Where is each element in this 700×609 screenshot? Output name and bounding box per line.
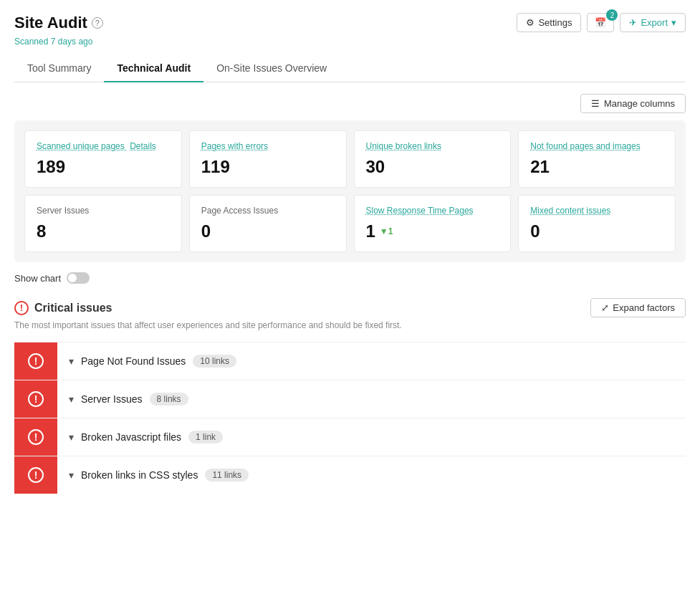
metric-server-issues-label: Server Issues [37,206,170,216]
chevron-0-icon[interactable]: ▾ [69,355,74,367]
settings-button[interactable]: ⚙ Settings [517,13,581,32]
tabs-bar: Tool Summary Technical Audit On-Site Iss… [14,55,686,82]
metric-not-found-label[interactable]: Not found pages and images [530,141,663,151]
export-button[interactable]: ✈ Export ▾ [620,13,686,32]
chevron-3-icon[interactable]: ▾ [69,469,74,481]
metric-mixed-content-label[interactable]: Mixed content issues [530,206,663,216]
metric-scanned-unique-label[interactable]: Scanned unique pages Details [37,141,170,151]
metric-page-access: Page Access Issues 0 [189,195,347,252]
issue-icon-cell-0: ! [14,342,57,380]
critical-icon: ! [14,301,29,315]
issue-badge-2: 1 link [188,431,223,443]
issue-title-3: Broken links in CSS styles [81,469,198,481]
show-chart-row: Show chart [14,272,686,284]
issue-row-broken-js: ! ▾ Broken Javascript files 1 link [14,418,686,456]
show-chart-label: Show chart [14,273,61,284]
details-link[interactable]: Details [130,141,156,151]
scanned-info: Scanned 7 days ago [14,37,686,47]
metric-scanned-unique: Scanned unique pages Details 189 [24,130,182,188]
metric-scanned-unique-value: 189 [37,157,170,177]
manage-columns-row: ☰ Manage columns [14,94,686,113]
calendar-button[interactable]: 2 📅 [587,13,614,32]
issue-icon-cell-3: ! [14,456,57,494]
issue-badge-1: 8 links [150,393,188,406]
calendar-icon: 📅 [595,17,606,28]
tab-tool-summary[interactable]: Tool Summary [14,55,104,82]
issue-content-3: ▾ Broken links in CSS styles 11 links [57,460,686,490]
page-title: Site Audit [14,14,87,32]
export-icon: ✈ [629,17,637,28]
metric-unique-broken-label[interactable]: Unique broken links [366,141,499,151]
metric-pages-errors-value: 119 [201,157,335,177]
critical-title-text: Critical issues [34,302,112,315]
metric-pages-errors-label[interactable]: Pages with errors [201,141,335,151]
issue-row-page-not-found: ! ▾ Page Not Found Issues 10 links [14,342,686,380]
export-chevron-icon: ▾ [671,17,676,28]
manage-columns-button[interactable]: ☰ Manage columns [580,94,686,113]
issue-exclaim-2: ! [28,429,44,445]
calendar-badge: 2 [606,9,618,21]
critical-title: ! Critical issues [14,301,112,315]
metrics-grid: Scanned unique pages Details 189 Pages w… [14,120,686,262]
expand-factors-button[interactable]: ⤢ Expand factors [590,298,686,317]
metric-server-issues: Server Issues 8 [24,195,182,252]
tab-onsite-issues[interactable]: On-Site Issues Overview [203,55,340,82]
metric-not-found-value: 21 [530,157,663,177]
metric-page-access-value: 0 [201,221,335,241]
columns-icon: ☰ [591,98,600,109]
metric-pages-errors: Pages with errors 119 [189,130,347,188]
metric-slow-response-value: 1 ▼1 [366,221,499,241]
metric-not-found: Not found pages and images 21 [518,130,676,188]
metric-unique-broken: Unique broken links 30 [354,130,512,188]
issue-content-1: ▾ Server Issues 8 links [57,384,686,414]
metric-mixed-content: Mixed content issues 0 [518,195,676,252]
metric-slow-response: Slow Response Time Pages 1 ▼1 [354,195,512,252]
issue-badge-0: 10 links [193,355,236,368]
issue-content-2: ▾ Broken Javascript files 1 link [57,422,686,452]
issue-row-broken-css: ! ▾ Broken links in CSS styles 11 links [14,456,686,494]
critical-description: The most important issues that affect us… [14,320,686,330]
chevron-1-icon[interactable]: ▾ [69,393,74,405]
critical-issues-section: ! Critical issues ⤢ Expand factors The m… [14,298,686,494]
expand-label: Expand factors [613,302,675,313]
issue-title-0: Page Not Found Issues [81,355,186,367]
metric-server-issues-value: 8 [37,221,170,241]
issue-list: ! ▾ Page Not Found Issues 10 links ! ▾ S… [14,342,686,494]
settings-icon: ⚙ [526,17,534,28]
settings-label: Settings [538,17,572,28]
issue-badge-3: 11 links [205,469,249,481]
metric-mixed-content-value: 0 [530,221,663,241]
export-label: Export [641,17,668,28]
trend-icon: ▼1 [380,226,393,236]
issue-row-server-issues: ! ▾ Server Issues 8 links [14,380,686,418]
issue-icon-cell-1: ! [14,380,57,418]
issue-title-2: Broken Javascript files [81,431,181,443]
metric-unique-broken-value: 30 [366,157,499,177]
metric-slow-response-label[interactable]: Slow Response Time Pages [366,206,499,216]
chevron-2-icon[interactable]: ▾ [69,431,74,443]
critical-header: ! Critical issues ⤢ Expand factors [14,298,686,317]
issue-content-0: ▾ Page Not Found Issues 10 links [57,346,686,376]
header-right: ⚙ Settings 2 📅 ✈ Export ▾ [517,13,686,32]
metric-page-access-label: Page Access Issues [201,206,335,216]
issue-exclaim-1: ! [28,391,44,407]
issue-exclaim-3: ! [28,467,44,483]
issue-icon-cell-2: ! [14,418,57,456]
manage-columns-label: Manage columns [604,98,675,109]
issue-title-1: Server Issues [81,393,143,405]
show-chart-toggle[interactable] [67,272,90,284]
help-icon[interactable]: ? [92,17,103,29]
page-header: Site Audit ? ⚙ Settings 2 📅 ✈ Export ▾ [14,13,686,32]
issue-exclaim-0: ! [28,353,44,369]
expand-icon: ⤢ [601,302,609,313]
tab-technical-audit[interactable]: Technical Audit [104,55,203,82]
header-left: Site Audit ? [14,14,103,32]
